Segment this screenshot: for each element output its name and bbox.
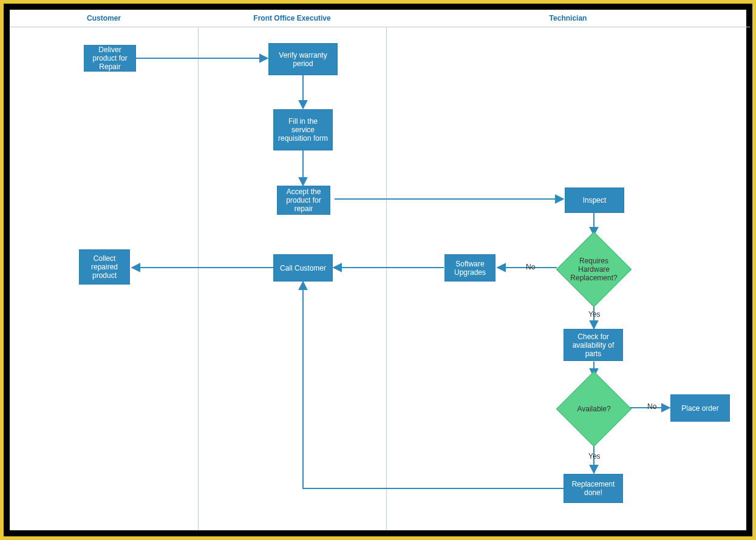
node-requires-hw-replacement: Requires Hardware Replacement?: [557, 235, 631, 303]
node-accept-product: Accept the product for repair: [277, 186, 330, 215]
node-verify-warranty: Verify warranty period: [268, 43, 338, 75]
node-inspect: Inspect: [565, 187, 624, 213]
node-software-upgrades: Software Upgrades: [444, 254, 495, 282]
edge-label-hw-yes: Yes: [588, 310, 601, 319]
node-available-label: Available?: [557, 375, 631, 443]
node-collect-product: Collect repaired product: [79, 249, 130, 285]
node-deliver-product: Deliver product for Repair: [84, 45, 136, 72]
node-available: Available?: [557, 375, 631, 443]
diagram-canvas: Customer Front Office Executive Technici…: [7, 7, 749, 533]
node-place-order: Place order: [670, 394, 730, 422]
node-call-customer: Call Customer: [273, 254, 333, 282]
edge-label-avail-yes: Yes: [588, 452, 601, 461]
node-fill-form: Fill in the service requisition form: [273, 109, 333, 150]
edge-label-hw-no: No: [526, 263, 535, 271]
edge-label-avail-no: No: [647, 402, 656, 411]
node-check-parts: Check for availability of parts: [564, 329, 623, 361]
node-replacement-done: Replacement done!: [564, 474, 623, 503]
node-requires-hw-replacement-label: Requires Hardware Replacement?: [557, 235, 631, 303]
diagram-frame: Customer Front Office Executive Technici…: [0, 0, 756, 540]
